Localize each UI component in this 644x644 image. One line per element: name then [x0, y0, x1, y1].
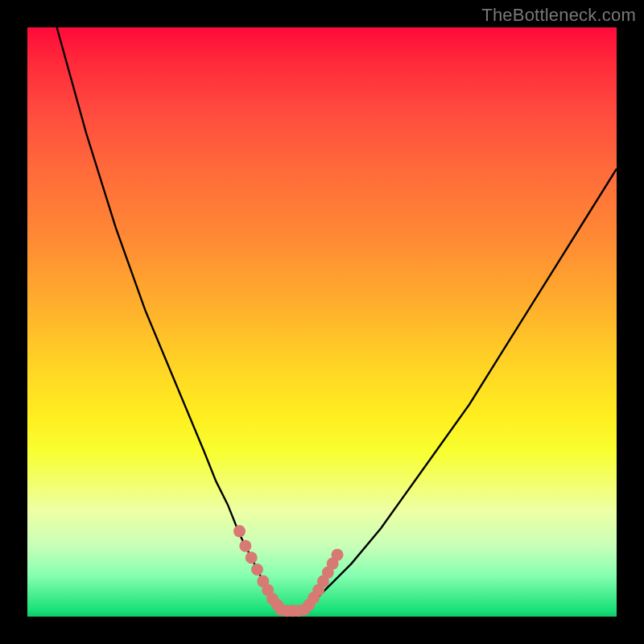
pink-marker-dot: [246, 551, 258, 564]
curve-right-branch: [304, 169, 617, 611]
chart-svg: [27, 27, 617, 617]
chart-plot-area: [27, 27, 617, 617]
pink-marker-dot: [332, 549, 344, 561]
watermark-text: TheBottleneck.com: [481, 5, 636, 26]
pink-marker-dot: [233, 525, 246, 537]
pink-marker-dot: [251, 564, 263, 576]
curve-left-branch: [57, 27, 281, 611]
chart-outer-frame: TheBottleneck.com: [0, 0, 644, 644]
pink-marker-group: [233, 525, 344, 617]
pink-marker-dot: [239, 540, 251, 552]
